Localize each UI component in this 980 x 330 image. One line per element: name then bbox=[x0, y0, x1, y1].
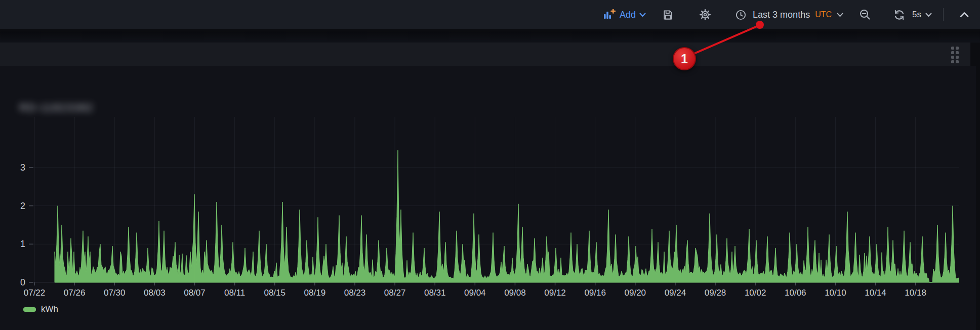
svg-text:08/23: 08/23 bbox=[344, 288, 366, 298]
svg-text:08/07: 08/07 bbox=[184, 288, 206, 298]
svg-text:08/19: 08/19 bbox=[304, 288, 326, 298]
svg-text:09/20: 09/20 bbox=[625, 288, 646, 298]
kwh-chart[interactable]: 07/2207/2607/3008/0308/0708/1108/1508/19… bbox=[0, 0, 980, 330]
svg-text:08/11: 08/11 bbox=[224, 288, 245, 298]
svg-text:08/15: 08/15 bbox=[264, 288, 285, 298]
svg-text:10/06: 10/06 bbox=[785, 288, 806, 298]
svg-text:2: 2 bbox=[20, 201, 25, 211]
grafana-dashboard: Add bbox=[0, 0, 980, 330]
svg-text:08/03: 08/03 bbox=[144, 288, 166, 298]
svg-text:0: 0 bbox=[20, 277, 25, 287]
svg-text:3: 3 bbox=[20, 162, 25, 173]
svg-text:10/18: 10/18 bbox=[905, 288, 926, 298]
svg-text:08/27: 08/27 bbox=[384, 288, 406, 298]
svg-text:10/14: 10/14 bbox=[865, 288, 886, 298]
svg-text:07/22: 07/22 bbox=[24, 288, 46, 298]
svg-text:10/02: 10/02 bbox=[745, 288, 766, 298]
svg-text:1: 1 bbox=[20, 239, 25, 249]
svg-text:09/28: 09/28 bbox=[705, 288, 726, 298]
svg-text:07/26: 07/26 bbox=[64, 288, 86, 298]
legend-label-kwh[interactable]: kWh bbox=[41, 304, 58, 314]
svg-text:09/12: 09/12 bbox=[544, 288, 566, 298]
legend-swatch-kwh bbox=[23, 307, 36, 312]
svg-text:09/08: 09/08 bbox=[504, 288, 526, 298]
svg-text:09/16: 09/16 bbox=[584, 288, 606, 298]
chart-legend: kWh bbox=[23, 304, 58, 314]
svg-text:08/31: 08/31 bbox=[424, 288, 446, 298]
svg-text:10/10: 10/10 bbox=[825, 288, 846, 298]
svg-text:07/30: 07/30 bbox=[104, 288, 126, 298]
svg-text:09/24: 09/24 bbox=[665, 288, 686, 298]
svg-text:09/04: 09/04 bbox=[464, 288, 486, 298]
